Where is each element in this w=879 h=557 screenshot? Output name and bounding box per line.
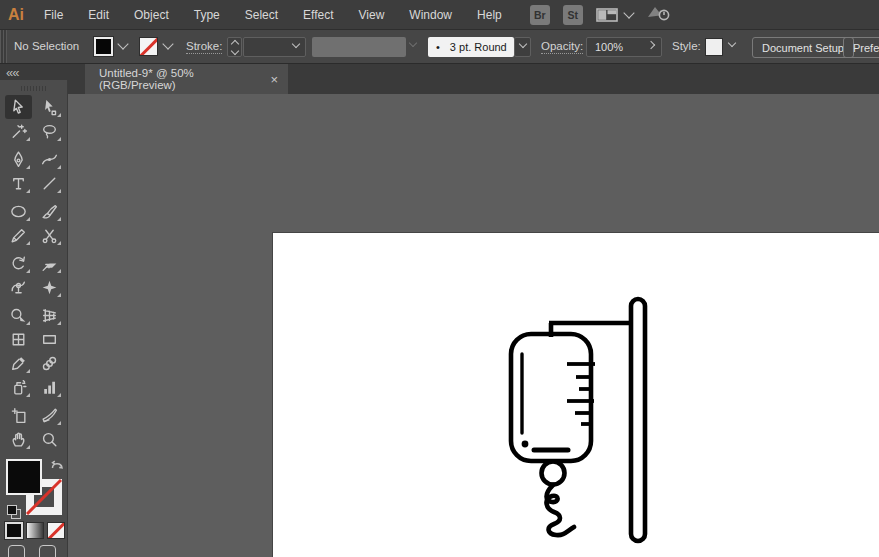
stroke-weight-label[interactable]: Stroke:	[186, 40, 222, 54]
drawing-mode-buttons	[8, 545, 56, 557]
select-chevron-icon[interactable]	[292, 40, 300, 48]
app-bar-buttons: Br St	[530, 3, 672, 27]
menu-edit[interactable]: Edit	[86, 8, 111, 22]
none-diagonal	[47, 522, 65, 539]
pen-tool[interactable]	[5, 147, 32, 171]
menu-select[interactable]: Select	[243, 8, 280, 22]
perspective-grid-tool[interactable]	[36, 303, 63, 327]
style-label: Style:	[672, 40, 701, 52]
hand-tool[interactable]	[5, 427, 32, 451]
preferences-button[interactable]: Preferences	[843, 37, 879, 58]
iv-tube	[546, 485, 574, 535]
tools-panel	[0, 80, 68, 557]
style-swatch[interactable]	[705, 38, 723, 56]
scissors-tool[interactable]	[36, 223, 63, 247]
magic-wand-tool[interactable]	[5, 119, 32, 143]
workspace-chevron-icon[interactable]	[623, 7, 634, 18]
brush-preview-dot: •	[436, 41, 440, 53]
width-profile-chevron-icon	[409, 39, 417, 47]
menu-object[interactable]: Object	[132, 8, 171, 22]
illustrator-window: Ai File Edit Object Type Select Effect V…	[0, 0, 879, 557]
symbol-sprayer-tool[interactable]	[5, 375, 32, 399]
stroke-color-swatch[interactable]	[139, 37, 158, 56]
gpu-performance-icon[interactable]	[646, 3, 672, 27]
brush-chevron-icon[interactable]	[519, 40, 527, 48]
free-transform-tool[interactable]	[36, 275, 63, 299]
gradient-mode-button[interactable]	[26, 522, 44, 539]
menu-help[interactable]: Help	[475, 8, 504, 22]
line-segment-tool[interactable]	[36, 171, 63, 195]
iv-drip-bag-artwork[interactable]	[273, 233, 879, 557]
type-tool[interactable]	[5, 171, 32, 195]
column-graph-tool[interactable]	[36, 375, 63, 399]
tab-close-icon[interactable]: ×	[270, 72, 278, 87]
eyedropper-tool[interactable]	[5, 351, 32, 375]
fill-swatch-indicator[interactable]	[6, 459, 42, 495]
swap-fill-stroke-icon[interactable]	[50, 457, 65, 475]
rotate-tool[interactable]	[5, 251, 32, 275]
mini-fill-square	[7, 505, 17, 515]
document-setup-button[interactable]: Document Setup	[752, 37, 854, 58]
mesh-tool[interactable]	[5, 327, 32, 351]
drawing-mode-button[interactable]	[39, 545, 56, 557]
stepper-down-icon[interactable]	[230, 46, 238, 54]
collapse-panel-icon[interactable]: ««	[6, 65, 18, 80]
control-bar-grip[interactable]	[0, 30, 7, 63]
style-chevron-icon[interactable]	[728, 39, 736, 47]
panel-grip[interactable]	[21, 86, 47, 91]
fill-color-swatch[interactable]	[94, 37, 113, 56]
main-menu: File Edit Object Type Select Effect View…	[42, 8, 504, 22]
puppet-warp-tool[interactable]	[5, 275, 32, 299]
gradient-tool[interactable]	[36, 327, 63, 351]
paintbrush-tool[interactable]	[36, 199, 63, 223]
menu-file[interactable]: File	[42, 8, 65, 22]
menu-effect[interactable]: Effect	[301, 8, 335, 22]
pencil-tool[interactable]	[5, 223, 32, 247]
artboard-tool[interactable]	[5, 403, 32, 427]
iv-stand-pole	[631, 299, 645, 541]
fill-chevron-icon[interactable]	[117, 38, 128, 49]
scale-tool[interactable]	[36, 251, 63, 275]
brush-definition-field[interactable]: • 3 pt. Round	[428, 37, 514, 57]
stroke-weight-stepper[interactable]	[227, 37, 242, 57]
color-mode-button[interactable]	[5, 522, 23, 539]
menu-type[interactable]: Type	[192, 8, 222, 22]
none-diagonal	[139, 37, 158, 56]
shape-builder-tool[interactable]	[5, 303, 32, 327]
lasso-tool[interactable]	[36, 119, 63, 143]
stroke-weight-select[interactable]	[243, 37, 306, 57]
opacity-field[interactable]: 100%	[586, 37, 662, 57]
curvature-tool[interactable]	[36, 147, 63, 171]
brush-select-button[interactable]	[514, 37, 531, 57]
document-tab-bar: «« Untitled-9* @ 50% (RGB/Preview) ×	[0, 64, 879, 94]
stock-button[interactable]: St	[563, 5, 583, 25]
drawing-mode-button[interactable]	[8, 545, 25, 557]
control-bar: No Selection Stroke: • 3 pt. Round Opaci…	[0, 30, 879, 64]
iv-bag-dot	[522, 441, 529, 448]
menu-window[interactable]: Window	[407, 8, 454, 22]
opacity-arrow-icon[interactable]	[647, 41, 655, 49]
direct-selection-tool[interactable]	[36, 95, 63, 119]
brush-name: 3 pt. Round	[450, 41, 507, 53]
artboard[interactable]	[272, 232, 879, 557]
selection-tool[interactable]	[5, 95, 32, 119]
none-mode-button[interactable]	[47, 522, 65, 539]
zoom-tool[interactable]	[36, 427, 63, 451]
opacity-value: 100%	[595, 41, 623, 53]
illustrator-logo: Ai	[8, 6, 24, 24]
selection-status: No Selection	[14, 40, 79, 52]
bridge-button[interactable]: Br	[530, 5, 550, 25]
slice-tool[interactable]	[36, 403, 63, 427]
opacity-label[interactable]: Opacity:	[541, 40, 583, 54]
default-fill-stroke-icon[interactable]	[7, 505, 21, 519]
color-mode-buttons	[5, 522, 65, 539]
document-tab-title: Untitled-9* @ 50% (RGB/Preview)	[99, 67, 270, 91]
blend-tool[interactable]	[36, 351, 63, 375]
ellipse-tool[interactable]	[5, 199, 32, 223]
stroke-chevron-icon[interactable]	[162, 38, 173, 49]
iv-drip-chamber	[542, 462, 565, 485]
workspace-switcher-icon[interactable]	[596, 7, 633, 23]
menu-view[interactable]: View	[357, 8, 387, 22]
document-tab[interactable]: Untitled-9* @ 50% (RGB/Preview) ×	[85, 64, 288, 94]
canvas-pasteboard[interactable]	[68, 94, 879, 557]
